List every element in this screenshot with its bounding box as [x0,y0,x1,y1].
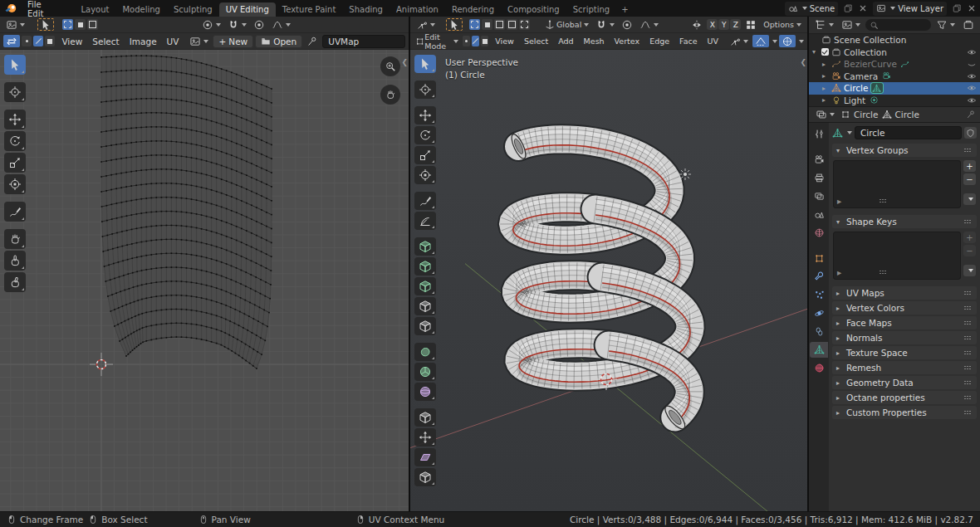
vp-options-dropdown[interactable]: Options [761,18,804,31]
vp-menu-select[interactable]: Select [519,33,553,49]
panel-header-remesh[interactable]: ▸Remesh [832,361,977,374]
list-specials-button[interactable] [963,193,976,205]
outliner-row-light[interactable]: ▸ Light [809,95,980,107]
uv-tool-move[interactable] [4,110,26,129]
vp-snap-grid-icon[interactable] [742,18,759,31]
uv-map-field[interactable]: UVMap [322,35,405,48]
vp-tool-extrude-region[interactable] [414,237,436,256]
uv-menu-image[interactable]: Image [125,33,162,49]
vp-active-tool-button[interactable] [446,18,463,31]
uv-image-browse-button[interactable] [187,35,211,47]
vp-select-mode-extend[interactable] [482,19,492,30]
vp-tool-spin[interactable] [414,363,436,381]
vp-tool-annotate[interactable] [414,192,436,210]
properties-tab-object[interactable] [810,251,828,266]
uv-tool-scale[interactable] [4,153,26,173]
uv-active-tool-button[interactable] [37,18,54,31]
panel-list-box[interactable]: ▸ [833,232,961,280]
outliner-new-collection-button[interactable] [960,19,977,32]
panel-header-texture-space[interactable]: ▸Texture Space [832,346,977,359]
vp-show-gizmo-dropdown[interactable] [727,35,751,47]
collection-checkbox[interactable] [821,48,829,56]
outliner-row-collection[interactable]: ▾ Collection [809,46,980,59]
vp-tool-select-box[interactable] [414,55,436,73]
vp-tool-rotate[interactable] [414,126,436,144]
tab-sculpting[interactable]: Sculpting [167,2,219,17]
panel-header-vertex-colors[interactable]: ▸Vertex Colors [832,301,977,315]
properties-tab-output[interactable] [810,170,828,186]
panel-header-custom-properties[interactable]: ▸Custom Properties [832,406,977,419]
vp-tool-knife[interactable] [414,317,436,335]
vp-tool-edge-slide[interactable] [414,408,436,427]
vp-region-collapse-arrow[interactable]: ❮ [800,58,806,66]
uv-pivot-point-button[interactable] [199,18,223,31]
properties-tab-world[interactable] [810,225,828,241]
vp-tool-loop-cut[interactable] [414,297,436,315]
uv-select-mode-extend[interactable] [75,19,86,30]
vp-editor-type-button[interactable] [414,18,438,31]
uv-pin-icon[interactable] [304,35,321,47]
uv-tool-rotate[interactable] [4,131,26,151]
collection-visibility-eye-icon[interactable] [967,47,977,57]
list-filter-arrow[interactable]: ▸ [837,196,841,206]
vp-mode-dropdown[interactable]: Edit Mode [414,35,461,47]
list-remove-button[interactable]: − [963,245,976,256]
outliner-row-circle[interactable]: ▸ Circle [809,82,980,95]
outliner-display-mode-button[interactable] [839,19,863,32]
vp-proportional-editing-button[interactable] [619,18,635,31]
vp-tool-scale[interactable] [414,146,436,164]
fake-user-shield-button[interactable] [964,127,977,139]
scene-selector[interactable]: Scene [785,2,839,16]
collection-expand-arrow[interactable]: ▾ [812,48,819,56]
light-data-badge[interactable] [868,95,880,105]
vp-menu-mesh[interactable]: Mesh [579,33,610,49]
uv-select-mode-subtract[interactable] [87,19,98,30]
vp-tool-transform[interactable] [414,166,436,184]
uv-menu-select[interactable]: Select [87,33,124,49]
vp-menu-view[interactable]: View [490,33,519,49]
uv-editor-type-button[interactable] [3,18,27,31]
list-remove-button[interactable]: − [963,173,976,185]
visibility-eye-icon[interactable] [967,71,977,81]
vp-menu-add[interactable]: Add [553,33,578,49]
vp-vertex-select-mode[interactable] [463,36,470,46]
properties-tab-material[interactable] [810,360,828,376]
vp-edge-select-mode[interactable] [472,36,479,46]
vp-face-select-mode[interactable] [481,36,488,46]
scene-delete-button[interactable] [858,3,868,13]
expand-arrow[interactable]: ▸ [822,61,829,68]
view-layer-selector[interactable]: View Layer [873,2,947,16]
uv-canvas[interactable]: ❮ [0,50,409,511]
properties-tab-scene[interactable] [810,207,828,222]
uv-proportional-editing-button[interactable] [251,18,267,31]
visibility-eye-icon[interactable] [967,83,977,93]
uv-face-select-mode[interactable] [45,36,55,46]
mesh-data-badge[interactable] [871,83,883,93]
uv-new-image-button[interactable]: + New [213,35,253,48]
vp-tool-shear[interactable] [414,448,436,466]
properties-tab-particles[interactable] [810,287,828,303]
vp-select-mode-intersect[interactable] [519,19,530,30]
outliner-filter-button[interactable] [933,19,958,32]
scene-new-button[interactable] [843,3,853,13]
uv-tool-annotate[interactable] [4,202,26,222]
vp-menu-edge[interactable]: Edge [644,33,674,49]
view-layer-new-button[interactable] [952,3,962,13]
properties-tab-modifiers[interactable] [810,269,828,285]
properties-tab-render[interactable] [810,152,828,168]
visibility-eye-icon[interactable] [967,95,977,105]
outliner-editor-type-button[interactable] [812,19,836,32]
visibility-eye-icon[interactable] [967,59,977,69]
uv-select-mode-new[interactable] [62,19,73,30]
list-add-button[interactable]: + [963,232,976,243]
uv-zoom-button[interactable] [380,56,400,76]
view-layer-delete-button[interactable] [967,3,977,13]
topbar-menu-file[interactable]: File [22,0,66,9]
vp-menu-face[interactable]: Face [674,33,702,49]
properties-tab-view-layer[interactable] [810,188,828,204]
vp-select-mode-new[interactable] [469,19,480,30]
panel-header-vertex-groups[interactable]: ▾Vertex Groups [832,144,977,157]
panel-list-box[interactable]: ▸ [833,160,961,208]
tab-modeling[interactable]: Modeling [115,2,167,17]
uv-sync-selection-toggle[interactable] [3,35,20,47]
